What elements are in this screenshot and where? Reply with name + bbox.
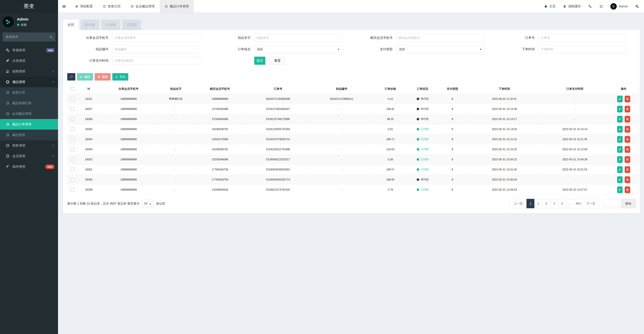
- sidebar-item[interactable]: 插件管理 new: [0, 161, 58, 172]
- cell-paid-at: 2022-05-31 15:14:14: [542, 124, 608, 134]
- sidebar-item[interactable]: 藏品转增记录: [0, 98, 58, 108]
- filter-select[interactable]: 选择: [396, 45, 484, 53]
- sidebar-item[interactable]: 会员管理: [0, 151, 58, 161]
- select-all-checkbox[interactable]: [70, 87, 74, 91]
- column-header: 购买会员手机号: [194, 84, 246, 94]
- row-delete-button[interactable]: [625, 146, 630, 153]
- reset-button[interactable]: 重置: [270, 57, 285, 65]
- clear-cache-link[interactable]: 清除缓存: [563, 4, 581, 8]
- export-button[interactable]: 导出: [112, 73, 128, 80]
- sidebar-item[interactable]: 常规管理 new: [0, 45, 58, 56]
- next-page-button[interactable]: 下一页: [582, 199, 599, 208]
- navbar-tab[interactable]: 发售日历: [98, 0, 126, 12]
- navbar-tab[interactable]: 藏品订单管理: [160, 0, 194, 12]
- sidebar-item[interactable]: 分类管理: [0, 56, 58, 66]
- row-delete-button[interactable]: [625, 106, 630, 112]
- filter-input[interactable]: [112, 45, 200, 53]
- status-tab[interactable]: 待付款: [80, 20, 99, 30]
- filter-input[interactable]: [538, 34, 626, 42]
- settings-button[interactable]: [635, 4, 639, 8]
- filter-input[interactable]: [112, 57, 200, 65]
- filter-input[interactable]: [396, 34, 484, 42]
- page-button[interactable]: 2: [534, 199, 542, 208]
- sidebar-item[interactable]: 藏品管理: [0, 130, 58, 140]
- navbar-tab[interactable]: 会员藏品管理: [126, 0, 160, 12]
- refresh-button[interactable]: [67, 73, 75, 80]
- row-checkbox[interactable]: [70, 188, 74, 192]
- filter-input[interactable]: [538, 45, 626, 53]
- prev-page-button[interactable]: 上一页: [510, 199, 527, 208]
- user-menu[interactable]: Admin: [610, 3, 628, 10]
- home-link[interactable]: 主页: [544, 4, 556, 8]
- sidebar-item[interactable]: 藏品订单管理: [0, 119, 58, 130]
- orders-panel: 提交 重置 出售会员手机号 拍品名字 购买会员手机号: [63, 30, 640, 213]
- filter-input[interactable]: [112, 34, 200, 42]
- row-edit-button[interactable]: [617, 136, 623, 143]
- page-button[interactable]: 964: [574, 199, 583, 208]
- sidebar-item[interactable]: 发售日历: [0, 87, 58, 98]
- row-edit-button[interactable]: [617, 186, 623, 193]
- row-checkbox[interactable]: [70, 127, 74, 131]
- row-edit-button[interactable]: [617, 96, 623, 102]
- row-checkbox[interactable]: [70, 148, 74, 151]
- page-button[interactable]: 1: [526, 199, 534, 208]
- jump-button[interactable]: 跳转: [621, 199, 636, 208]
- row-checkbox[interactable]: [70, 97, 74, 101]
- gears-icon: [635, 4, 639, 8]
- edit-button[interactable]: 编辑: [77, 73, 93, 80]
- status-tab[interactable]: 已付款: [102, 20, 120, 30]
- filter-select[interactable]: 选择: [254, 45, 342, 53]
- sidebar-search: [2, 32, 56, 42]
- row-edit-button[interactable]: [617, 106, 623, 112]
- row-delete-button[interactable]: [625, 126, 630, 133]
- row-delete-button[interactable]: [625, 176, 630, 183]
- chevron-down-icon: [52, 81, 54, 83]
- page-button[interactable]: 5: [558, 199, 566, 208]
- row-delete-button[interactable]: [625, 156, 630, 163]
- row-delete-button[interactable]: [625, 116, 630, 122]
- row-edit-button[interactable]: [617, 166, 623, 173]
- jump-page-input[interactable]: [604, 199, 619, 208]
- row-delete-button[interactable]: [625, 166, 630, 173]
- row-edit-button[interactable]: [617, 156, 623, 163]
- submit-button[interactable]: 提交: [254, 57, 265, 65]
- page-size-dropdown[interactable]: 10: [142, 200, 154, 208]
- sidebar-item[interactable]: 藏品管理: [0, 77, 58, 87]
- sidebar-item[interactable]: 会员藏品管理: [0, 108, 58, 119]
- row-edit-button[interactable]: [617, 146, 623, 153]
- row-edit-button[interactable]: [617, 116, 623, 122]
- filter-field: 订单状态 选择: [209, 45, 352, 53]
- row-edit-button[interactable]: [617, 126, 623, 133]
- delete-button[interactable]: 删除: [95, 73, 111, 80]
- row-checkbox[interactable]: [70, 117, 74, 121]
- sidebar-item[interactable]: 财务管理: [0, 140, 58, 151]
- fullscreen-button[interactable]: [599, 4, 603, 8]
- row-checkbox[interactable]: [70, 168, 74, 172]
- page-button[interactable]: 4: [550, 199, 558, 208]
- cell-item-name: -: [158, 124, 194, 134]
- page-button[interactable]: ...: [566, 199, 574, 208]
- sidebar-search-input[interactable]: [2, 32, 56, 42]
- trash-icon: [626, 108, 629, 110]
- sidebar-toggle-button[interactable]: [58, 0, 70, 12]
- row-checkbox[interactable]: [70, 137, 74, 141]
- row-delete-button[interactable]: [625, 96, 630, 102]
- cell-buyer-phone: 13794936386: [194, 114, 246, 124]
- status-tab[interactable]: 已取消: [122, 20, 141, 30]
- search-icon[interactable]: [49, 35, 53, 39]
- row-delete-button[interactable]: [625, 186, 630, 193]
- row-checkbox[interactable]: [70, 107, 74, 111]
- table-row: 18300 18888888888 - 17765636759 53180404…: [68, 175, 639, 185]
- circle-icon: [103, 5, 106, 8]
- caret-down-icon: [338, 48, 340, 50]
- navbar-tab[interactable]: 系统配置: [70, 0, 98, 12]
- status-tab[interactable]: 全部: [63, 20, 78, 30]
- row-delete-button[interactable]: [625, 136, 630, 143]
- row-edit-button[interactable]: [617, 176, 623, 183]
- page-button[interactable]: 3: [542, 199, 550, 208]
- row-checkbox[interactable]: [70, 158, 74, 161]
- sidebar-item[interactable]: 权限管理: [0, 66, 58, 77]
- row-checkbox[interactable]: [70, 178, 74, 182]
- filter-input[interactable]: [254, 34, 342, 42]
- language-button[interactable]: [588, 4, 592, 8]
